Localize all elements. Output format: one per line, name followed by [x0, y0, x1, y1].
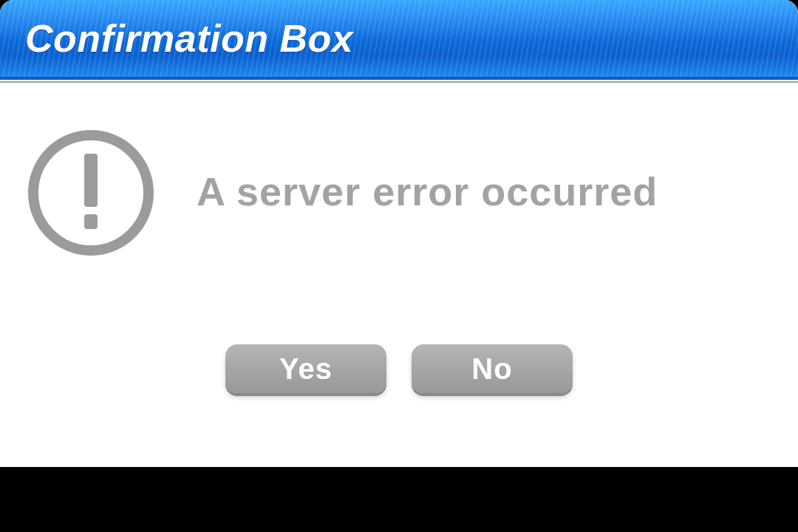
exclamation-circle-icon: [25, 127, 157, 262]
dialog-message: A server error occurred: [197, 168, 658, 214]
dialog-title: Confirmation Box: [25, 16, 353, 61]
svg-rect-1: [84, 154, 98, 207]
content-row: A server error occurred: [0, 83, 798, 262]
no-button[interactable]: No: [412, 344, 573, 393]
dialog-body: A server error occurred Yes No: [0, 83, 798, 467]
yes-button[interactable]: Yes: [225, 344, 386, 393]
confirmation-dialog: Confirmation Box A server error occurred…: [0, 0, 798, 467]
titlebar: Confirmation Box: [0, 0, 798, 80]
button-row: Yes No: [0, 344, 798, 393]
svg-rect-2: [84, 214, 98, 229]
